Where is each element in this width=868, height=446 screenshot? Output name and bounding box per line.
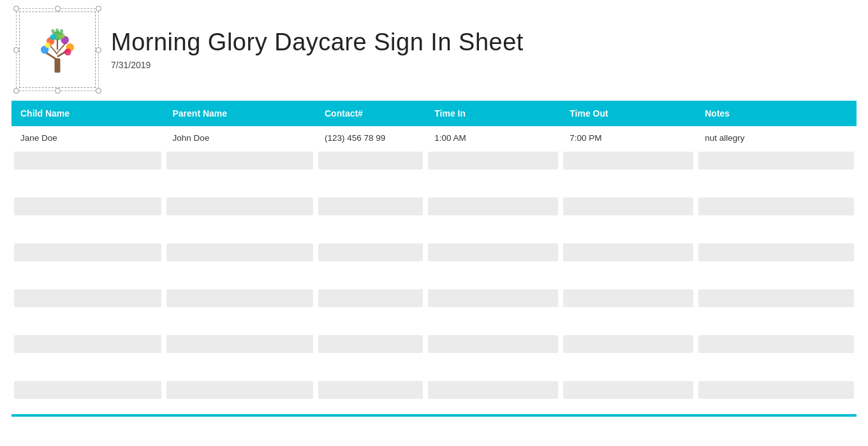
cell-inner-contact[interactable]: (123) 456 78 99 (318, 129, 423, 147)
cell-inner-child (14, 358, 161, 376)
cell-timein (425, 172, 561, 195)
cell-contact: (123) 456 78 99 (316, 126, 425, 149)
handle-tc (55, 6, 61, 11)
cell-timein (425, 333, 561, 356)
cell-child (11, 149, 164, 172)
logo-icon (29, 21, 86, 78)
cell-inner-timeout (563, 289, 693, 307)
cell-parent (164, 356, 316, 378)
cell-contact (316, 287, 425, 310)
svg-line-1 (46, 53, 57, 61)
cell-inner-parent (166, 175, 314, 192)
cell-notes (696, 149, 857, 172)
cell-parent (164, 172, 316, 195)
table-header-row: Child Name Parent Name Contact# Time In … (11, 101, 857, 126)
table-row (11, 378, 857, 401)
cell-inner-contact (318, 152, 423, 169)
cell-inner-contact (318, 358, 423, 376)
cell-contact (316, 378, 425, 401)
cell-inner-timein (428, 335, 558, 353)
cell-inner-child (14, 220, 161, 238)
cell-inner-contact (318, 266, 423, 284)
cell-inner-timeout (563, 152, 693, 169)
cell-parent (164, 195, 316, 218)
cell-inner-parent (166, 289, 314, 307)
cell-inner-parent (166, 381, 314, 399)
cell-parent (164, 218, 316, 241)
cell-inner-notes (698, 312, 854, 330)
cell-contact (316, 333, 425, 356)
cell-inner-child[interactable]: Jane Doe (14, 129, 161, 147)
cell-parent (164, 378, 316, 401)
cell-inner-timein (428, 243, 558, 261)
cell-inner-contact (318, 175, 423, 192)
cell-notes (696, 378, 857, 401)
cell-inner-timein (428, 198, 558, 215)
table-row (11, 149, 857, 172)
cell-inner-contact (318, 381, 423, 399)
logo-container (19, 11, 96, 88)
handle-mr (96, 47, 101, 53)
cell-timeout (561, 287, 696, 310)
cell-contact (316, 218, 425, 241)
cell-inner-parent (166, 198, 314, 215)
cell-timein (425, 356, 561, 378)
cell-timein (425, 241, 561, 264)
table-row (11, 310, 857, 333)
cell-inner-notes (698, 152, 854, 169)
cell-inner-timein (428, 152, 558, 169)
handle-br (96, 88, 101, 94)
svg-point-13 (50, 34, 55, 40)
cell-child: Jane Doe (11, 126, 164, 149)
cell-timein (425, 310, 561, 333)
cell-inner-timein (428, 220, 558, 238)
cell-inner-timeout (563, 220, 693, 238)
cell-inner-timein (428, 381, 558, 399)
cell-notes (696, 241, 857, 264)
cell-inner-parent (166, 220, 314, 238)
cell-timein: 1:00 AM (425, 126, 561, 149)
handle-bc (55, 88, 61, 94)
cell-inner-timeout (563, 266, 693, 284)
cell-inner-notes (698, 358, 854, 376)
handle-ml (13, 47, 19, 53)
cell-inner-contact (318, 220, 423, 238)
cell-inner-notes (698, 266, 854, 284)
cell-timeout (561, 264, 696, 287)
cell-inner-contact (318, 243, 423, 261)
svg-point-11 (45, 42, 50, 48)
cell-notes: nut allegry (696, 126, 857, 149)
cell-timeout (561, 333, 696, 356)
header-date: 7/31/2019 (111, 60, 524, 70)
cell-inner-timeout[interactable]: 7:00 PM (563, 129, 693, 147)
cell-inner-timeout (563, 312, 693, 330)
cell-inner-child (14, 381, 161, 399)
cell-inner-parent (166, 152, 314, 169)
cell-inner-contact (318, 312, 423, 330)
cell-inner-notes (698, 335, 854, 353)
cell-parent (164, 241, 316, 264)
cell-inner-child (14, 198, 161, 215)
cell-parent (164, 333, 316, 356)
cell-timein (425, 287, 561, 310)
cell-timeout (561, 172, 696, 195)
col-header-contact: Contact# (316, 101, 425, 126)
cell-inner-notes (698, 175, 854, 192)
cell-inner-timeout (563, 175, 693, 192)
cell-notes (696, 264, 857, 287)
page-title: Morning Glory Daycare Sign In Sheet (111, 29, 524, 56)
cell-inner-notes[interactable]: nut allegry (698, 129, 854, 147)
cell-inner-parent[interactable]: John Doe (166, 129, 314, 147)
cell-timeout (561, 149, 696, 172)
cell-timein (425, 218, 561, 241)
handle-tr (96, 6, 101, 11)
cell-notes (696, 218, 857, 241)
cell-inner-parent (166, 243, 314, 261)
cell-timein (425, 149, 561, 172)
cell-notes (696, 333, 857, 356)
cell-inner-timein[interactable]: 1:00 AM (428, 129, 558, 147)
cell-inner-child (14, 152, 161, 169)
col-header-child: Child Name (11, 101, 164, 126)
table-row (11, 241, 857, 264)
col-header-parent: Parent Name (164, 101, 316, 126)
